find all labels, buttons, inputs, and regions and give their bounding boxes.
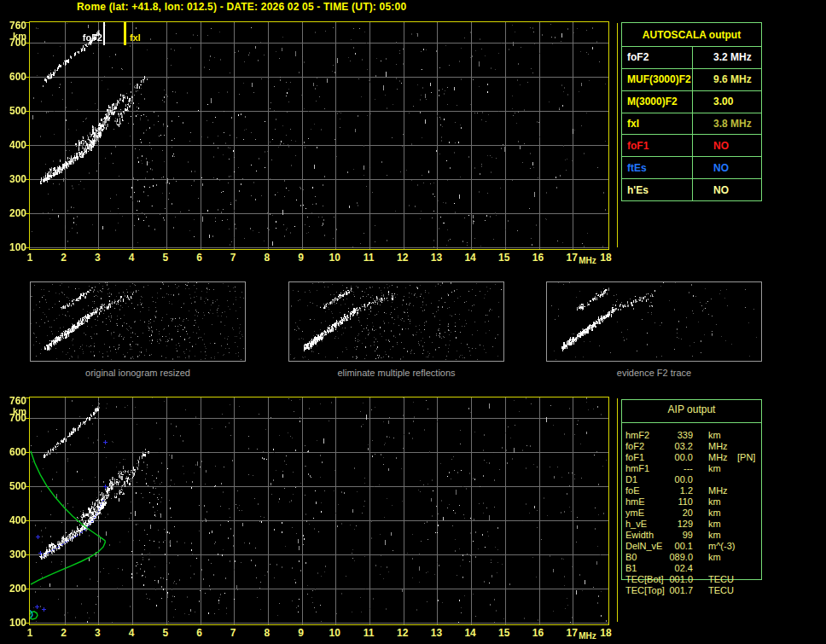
- autoscala-row-value: NO: [693, 157, 761, 178]
- autoscala-row-label: ftEs: [622, 157, 693, 178]
- aip-row-value: 99: [645, 530, 693, 540]
- autoscala-row-label: foF2: [622, 47, 693, 68]
- aip-row-value: 03.2: [645, 441, 693, 451]
- y-axis-tick-label: 500: [0, 106, 26, 116]
- y-axis-tick-label: 600: [0, 72, 26, 82]
- y-axis-tick-mark: [26, 111, 29, 112]
- aip-row: DelN_vE00.1m^(-3): [621, 541, 766, 551]
- x-axis-tick-label: 3: [86, 252, 108, 263]
- aip-row: h_vE129km: [621, 519, 766, 529]
- x-axis-tick-label: 9: [290, 252, 312, 263]
- autoscala-row-value: 3.00: [693, 91, 761, 113]
- autoscala-row-value: NO: [693, 179, 761, 200]
- aip-row-name: h_vE: [625, 519, 647, 529]
- aip-row-name: B1: [625, 563, 637, 573]
- thumbnail-eliminate-reflections: [288, 281, 504, 362]
- x-axis-tick-label: 9: [290, 628, 312, 638]
- x-axis-tick-label: 16: [527, 628, 550, 638]
- aip-row-value: 1.2: [645, 485, 693, 496]
- aip-row: D100.0: [621, 474, 766, 484]
- x-axis-tick-label: 6: [189, 628, 211, 638]
- thumbnail-original-ionogram: [30, 281, 246, 362]
- y-axis-tick-label: 400: [0, 515, 26, 525]
- aip-row-unit: km: [708, 463, 721, 473]
- aip-header-divider: [621, 422, 762, 423]
- x-axis-tick-label: 1: [19, 628, 41, 638]
- autoscala-row-label: foF1: [622, 135, 693, 156]
- aip-row-value: 00.0: [645, 474, 693, 484]
- y-axis-tick-label: 700: [0, 38, 26, 48]
- autoscala-row-label: M(3000)F2: [622, 91, 693, 113]
- page-title: Rome (lat: +41.8, lon: 012.5) - DATE: 20…: [77, 1, 406, 13]
- y-axis-tick-mark: [26, 247, 29, 248]
- aip-row-value: 089.0: [645, 552, 693, 562]
- aip-row-extra: [PN]: [737, 452, 755, 462]
- aip-row-value: 110: [645, 496, 693, 507]
- thumbnail-caption-original: original ionogram resized: [30, 368, 246, 378]
- thumbnail-evidence-f2: [546, 281, 762, 362]
- y-axis-tick-label: 100: [0, 242, 26, 252]
- ionogram-canvas-bottom: [30, 397, 608, 624]
- fof2-marker-label: foF2: [75, 33, 102, 43]
- aip-row-value: 001.0: [645, 574, 693, 584]
- aip-row-value: 00.1: [645, 541, 693, 551]
- aip-row: foE1.2MHz: [621, 485, 766, 496]
- aip-row-unit: km: [708, 552, 721, 562]
- autoscala-row: MUF(3000)F29.6 MHz: [622, 69, 761, 91]
- x-axis-tick-label: 10: [323, 628, 346, 638]
- x-axis-tick-label: 12: [392, 252, 414, 263]
- y-axis-tick-mark: [26, 452, 29, 453]
- y-axis-tick-mark: [26, 554, 29, 555]
- aip-row-name: D1: [625, 474, 637, 484]
- y-axis-tick-label: 600: [0, 447, 26, 457]
- thumbnail-canvas-evidence: [547, 282, 761, 361]
- y-axis-tick-label: 760: [0, 20, 26, 31]
- x-axis-tick-label: 7: [222, 252, 244, 263]
- autoscala-row: foF1NO: [622, 135, 761, 157]
- aip-row-unit: km: [708, 508, 721, 518]
- aip-row-unit: TECU: [708, 574, 734, 584]
- x-axis-tick-label: 14: [459, 628, 481, 638]
- aip-row-name: foE: [625, 485, 640, 496]
- aip-row-unit: MHz: [708, 441, 728, 451]
- ionogram-plot-bottom: [29, 397, 609, 625]
- aip-row: hmF2339km: [621, 430, 766, 440]
- aip-row-unit: m^(-3): [708, 541, 735, 551]
- x-axis-tick-label: 11: [358, 252, 380, 263]
- y-axis-tick-label: 100: [0, 618, 26, 628]
- x-axis-tick-label: 5: [154, 628, 177, 638]
- autoscala-row: foF23.2 MHz: [622, 47, 761, 69]
- aip-row-value: 00.0: [645, 452, 693, 462]
- y-axis-tick-label: 700: [0, 413, 26, 423]
- autoscala-row-value: 3.8 MHz: [693, 113, 761, 135]
- aip-row-name: foF1: [625, 452, 644, 462]
- y-axis-tick-mark: [26, 589, 29, 589]
- x-axis-tick-label: 2: [53, 252, 75, 263]
- aip-row: foF203.2MHz: [621, 441, 766, 451]
- y-axis-tick-mark: [26, 179, 29, 180]
- aip-row-unit: km: [708, 519, 721, 529]
- aip-table-header: AIP output: [621, 404, 762, 415]
- aip-row-value: ---: [645, 463, 693, 473]
- x-axis-tick-label: 2: [53, 628, 75, 638]
- thumbnail-caption-reflections: eliminate multiple reflections: [288, 368, 504, 378]
- y-axis-tick-label: 760: [0, 396, 26, 406]
- x-axis-tick-label: 1: [19, 252, 41, 263]
- x-axis-tick-label: 18: [595, 252, 617, 263]
- autoscala-row-value: 9.6 MHz: [693, 69, 761, 90]
- aip-row-name: ymE: [625, 508, 644, 518]
- aip-row-unit: MHz: [708, 485, 728, 496]
- ionogram-plot-top: [29, 21, 609, 250]
- x-axis-tick-label: 13: [425, 628, 447, 638]
- x-axis-unit: MHz: [579, 256, 596, 265]
- aip-row: TEC[Top]001.7TECU: [621, 585, 766, 595]
- autoscala-row: M(3000)F23.00: [622, 91, 761, 113]
- thumbnail-canvas-original: [31, 282, 245, 361]
- fxi-marker-label: fxI: [130, 33, 141, 43]
- autoscala-row: ftEsNO: [622, 157, 761, 179]
- fxi-marker-line: [124, 22, 126, 45]
- autoscala-row: h'EsNO: [622, 179, 761, 200]
- y-axis-tick-mark: [26, 213, 29, 214]
- aip-row-value: 001.7: [645, 585, 693, 595]
- x-axis-tick-label: 18: [595, 628, 617, 638]
